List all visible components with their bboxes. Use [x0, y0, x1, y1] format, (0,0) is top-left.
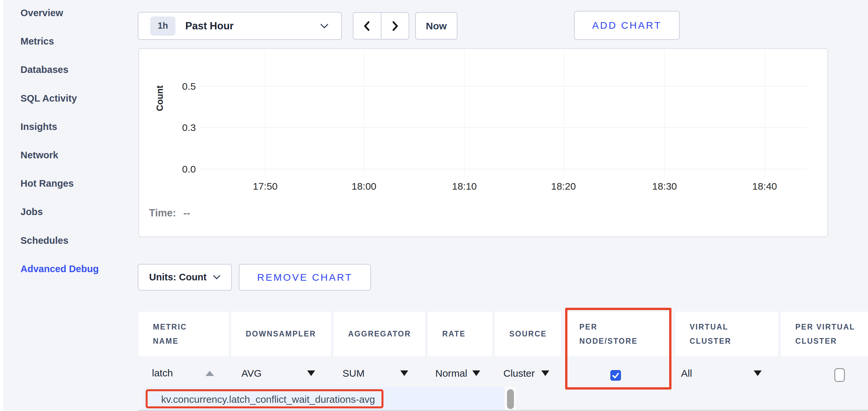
- col-header-label: VIRTUAL CLUSTER: [690, 320, 749, 348]
- time-range-badge: 1h: [150, 16, 175, 36]
- time-caption-label: Time:: [149, 207, 176, 219]
- col-header-rate: RATE: [428, 312, 492, 356]
- checkmark-icon: [611, 371, 620, 380]
- time-step-buttons: [353, 12, 409, 40]
- time-range-dropdown[interactable]: 1h Past Hour: [138, 12, 342, 40]
- sidebar-item-insights[interactable]: Insights: [21, 119, 120, 134]
- autocomplete-scrollbar-thumb[interactable]: [507, 389, 514, 409]
- col-header-label: AGGREGATOR: [348, 327, 411, 341]
- x-tick-1840: 18:40: [742, 180, 788, 192]
- downsampler-select-value[interactable]: AVG: [242, 367, 261, 380]
- x-tick-1750: 17:50: [242, 180, 288, 192]
- hover-time-caption: Time: --: [149, 207, 190, 219]
- col-header-label: PER VIRTUAL CLUSTER: [795, 320, 868, 348]
- divider: [139, 410, 868, 411]
- units-dropdown-label: Units: Count: [149, 272, 207, 283]
- sidebar-item-advanced-debug[interactable]: Advanced Debug: [21, 262, 120, 276]
- sidebar-item-schedules[interactable]: Schedules: [21, 233, 120, 248]
- dropdown-arrow-icon[interactable]: [400, 370, 408, 376]
- left-edge-strip: [0, 0, 3, 411]
- sidebar-item-hot-ranges[interactable]: Hot Ranges: [21, 176, 120, 191]
- col-header-label: METRIC NAME: [153, 320, 199, 348]
- autocomplete-suggestion-item[interactable]: kv.concurrency.latch_conflict_wait_durat…: [161, 393, 375, 406]
- dropdown-arrow-icon[interactable]: [472, 370, 480, 376]
- col-header-metric-name: METRIC NAME: [138, 312, 228, 356]
- col-header-per-node-store: PER NODE/STORE: [565, 312, 673, 356]
- sidebar-item-jobs[interactable]: Jobs: [21, 205, 120, 219]
- source-select-value[interactable]: Cluster: [503, 367, 535, 380]
- remove-chart-button[interactable]: REMOVE CHART: [239, 264, 371, 290]
- x-tick-1810: 18:10: [441, 180, 488, 192]
- sidebar-item-overview[interactable]: Overview: [21, 6, 120, 20]
- aggregator-select-value[interactable]: SUM: [342, 367, 365, 380]
- sidebar-item-network[interactable]: Network: [21, 148, 120, 162]
- now-button[interactable]: Now: [415, 12, 458, 40]
- y-tick-0_0: 0.0: [169, 163, 196, 175]
- dropdown-arrow-icon[interactable]: [754, 370, 762, 376]
- col-header-source: SOURCE: [495, 312, 561, 356]
- page: Overview Metrics Databases SQL Activity …: [0, 0, 868, 411]
- y-tick-0_5: 0.5: [169, 80, 196, 92]
- time-range-label: Past Hour: [185, 20, 234, 32]
- rate-select-value[interactable]: Normal: [435, 367, 467, 380]
- x-tick-1800: 18:00: [341, 180, 387, 192]
- x-tick-1820: 18:20: [540, 180, 587, 192]
- col-header-label: DOWNSAMPLER: [246, 327, 316, 341]
- x-tick-1830: 18:30: [642, 180, 688, 192]
- next-time-button[interactable]: [381, 13, 409, 39]
- dropdown-arrow-icon[interactable]: [541, 370, 549, 376]
- dropdown-arrow-icon[interactable]: [307, 370, 315, 376]
- chevron-left-icon: [363, 21, 371, 31]
- prev-time-button[interactable]: [353, 13, 381, 39]
- chart-plot-area[interactable]: [198, 49, 808, 177]
- units-dropdown[interactable]: Units: Count: [138, 264, 232, 290]
- virtual-cluster-select-value[interactable]: All: [681, 367, 692, 380]
- custom-chart-panel: Count 0.5 0.3 0.0 17:50 18:00 18:10 18:2…: [138, 48, 828, 237]
- col-header-label: RATE: [442, 327, 466, 341]
- chevron-down-icon: [320, 24, 329, 29]
- per-node-store-checkbox[interactable]: [610, 370, 621, 381]
- sort-asc-icon: [206, 371, 214, 376]
- sidebar-item-metrics[interactable]: Metrics: [21, 34, 120, 48]
- col-header-per-virtual-cluster: PER VIRTUAL CLUSTER: [781, 312, 868, 356]
- chevron-right-icon: [391, 21, 399, 31]
- sidebar-item-databases[interactable]: Databases: [21, 62, 120, 77]
- time-caption-value: --: [183, 207, 190, 219]
- col-header-downsampler: DOWNSAMPLER: [231, 312, 331, 356]
- add-chart-button[interactable]: ADD CHART: [574, 11, 680, 40]
- y-axis-label: Count: [155, 85, 165, 111]
- y-tick-0_3: 0.3: [169, 122, 196, 134]
- col-header-label: SOURCE: [509, 327, 547, 341]
- per-virtual-cluster-checkbox[interactable]: [834, 368, 845, 382]
- metric-name-input[interactable]: [152, 366, 205, 381]
- col-header-aggregator: AGGREGATOR: [334, 312, 425, 356]
- sidebar-item-sql-activity[interactable]: SQL Activity: [21, 91, 120, 106]
- chevron-down-icon: [213, 275, 220, 280]
- col-header-virtual-cluster: VIRTUAL CLUSTER: [675, 312, 778, 356]
- col-header-label: PER NODE/STORE: [579, 320, 649, 348]
